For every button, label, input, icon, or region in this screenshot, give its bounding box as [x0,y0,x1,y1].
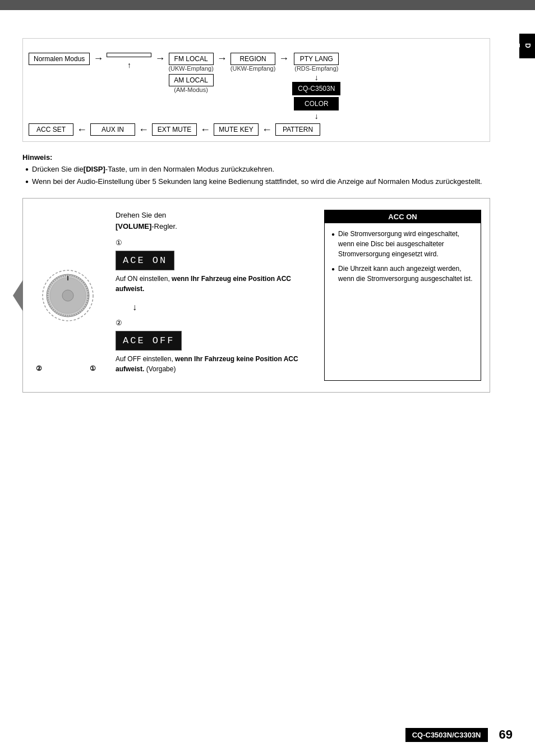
model-label: CQ-C3503N/C3303N [405,728,488,742]
arrow2: → [151,47,168,64]
flow-diagram: Normalen Modus → ↑ → FM LOCAL (UKW-Empf [22,38,490,142]
hinweis-title: Hinweis: [22,153,490,162]
page-number: 69 [499,727,513,742]
region-cell: REGION (UKW-Empfang) [230,47,275,72]
fm-mono-cell: ↑ [107,47,151,71]
left-arrow4: ← [259,124,275,136]
acc-set-flow-cell: ACC SET [29,123,73,136]
main-content: Normalen Modus → ↑ → FM LOCAL (UKW-Empf [0,10,518,409]
fm-mono-box [107,53,151,57]
hinweis-section: Hinweis: Drücken Sie die [DISP]-Taste, u… [22,153,490,187]
acc-on-item-1: Die Stromversorgung wird eingeschaltet, … [331,229,474,259]
acc-set-flow-box: ACC SET [29,123,73,136]
instruction-text: Drehen Sie den [VOLUME]-Regler. [116,210,313,232]
arrow4: → [275,47,292,64]
display-acc-on: ACE ON [116,251,174,271]
fm-local-cell: FM LOCAL (UKW-Empfang) AM LOCAL (AM-Modu… [168,47,213,93]
top-bar [0,0,535,10]
left-arrow3: ← [197,124,214,136]
left-arrow1: ← [73,124,90,136]
footer: CQ-C3503N/C3303N 69 [405,727,513,742]
acc-set-section: ② ① Drehen Sie den [VOLUME]-Regler. ① AC… [22,198,490,393]
knob-area: ② ① [31,210,104,381]
aux-in-cell: AUX IN [90,123,135,136]
flow-bottom-row: ACC SET ← AUX IN ← EXT MUTE ← MUTE KEY [29,123,484,136]
step1-text: Auf ON einstellen, wenn Ihr Fahrzeug ein… [116,274,313,294]
normalen-modus-box: Normalen Modus [29,53,90,65]
color-box: COLOR [294,97,339,110]
step2-text: Auf OFF einstellen, wenn Ihr Fahrzeug ke… [116,354,313,374]
cq-c3503n-box: CQ-C3503N [292,82,340,95]
region-box: REGION [230,53,275,65]
fm-local-box: FM LOCAL [169,53,214,65]
acc-on-content: Die Stromversorgung wird eingeschaltet, … [325,223,481,294]
step-2: ② ACE OFF Auf OFF einstellen, wenn Ihr F… [116,317,313,374]
knob-label-2: ② [36,365,42,372]
pty-lang-cell: PTY LANG (RDS-Empfang) ↓ CQ-C3503N COLOR… [292,47,340,121]
side-tab: D E U T S C H 30 [519,34,535,58]
hinweis-item-2: Wenn bei der Audio-Einstellung über 5 Se… [25,177,490,187]
left-triangle-arrow [13,280,23,311]
instructions-area: Drehen Sie den [VOLUME]-Regler. ① ACE ON… [116,210,313,381]
flow-top-row: Normalen Modus → ↑ → FM LOCAL (UKW-Empf [29,47,484,121]
svg-point-3 [62,290,73,301]
mute-key-box: MUTE KEY [214,123,259,136]
hinweis-list: Drücken Sie die [DISP]-Taste, um in den … [22,164,490,187]
hinweis-item-1: Drücken Sie die [DISP]-Taste, um in den … [25,164,490,174]
acc-on-box: ACC ON Die Stromversorgung wird eingesch… [324,210,481,381]
acc-on-item-2: Die Uhrzeit kann auch angezeigt werden, … [331,264,474,284]
left-arrow2: ← [135,124,152,136]
ext-mute-box: EXT MUTE [152,123,197,136]
am-local-box: AM LOCAL [169,74,214,86]
display-acc-off: ACE OFF [116,331,182,351]
pattern-box: PATTERN [275,123,320,136]
acc-on-list: Die Stromversorgung wird eingeschaltet, … [331,229,474,284]
pty-lang-box: PTY LANG [294,53,339,65]
aux-in-box: AUX IN [90,123,135,136]
volume-knob-svg [37,265,99,326]
acc-on-title: ACC ON [325,210,481,223]
mute-key-cell: MUTE KEY [214,123,259,136]
ext-mute-cell: EXT MUTE [152,123,197,136]
normalen-modus-cell: Normalen Modus [29,47,90,65]
knob-label-1: ① [90,365,96,372]
arrow1: → [90,47,107,64]
arrow3: → [214,47,230,64]
pattern-cell: PATTERN [275,123,320,136]
step-1: ① ACE ON Auf ON einstellen, wenn Ihr Fah… [116,237,313,294]
step-down-arrow: ↓ [116,301,313,314]
